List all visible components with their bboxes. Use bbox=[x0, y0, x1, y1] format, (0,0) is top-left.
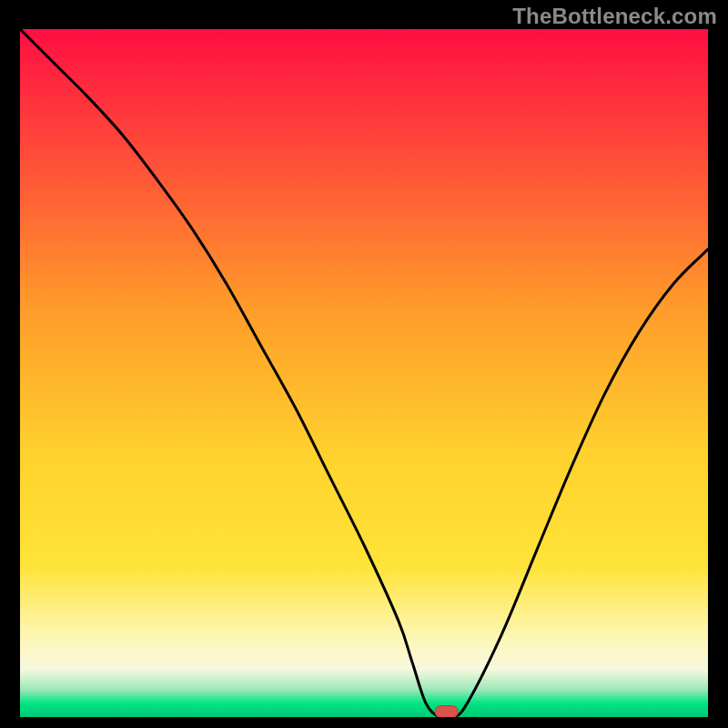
gradient-background bbox=[20, 29, 708, 717]
chart-frame: TheBottleneck.com bbox=[0, 0, 728, 728]
watermark-text: TheBottleneck.com bbox=[512, 4, 717, 29]
optimal-marker bbox=[435, 706, 458, 718]
bottleneck-chart bbox=[20, 29, 708, 717]
